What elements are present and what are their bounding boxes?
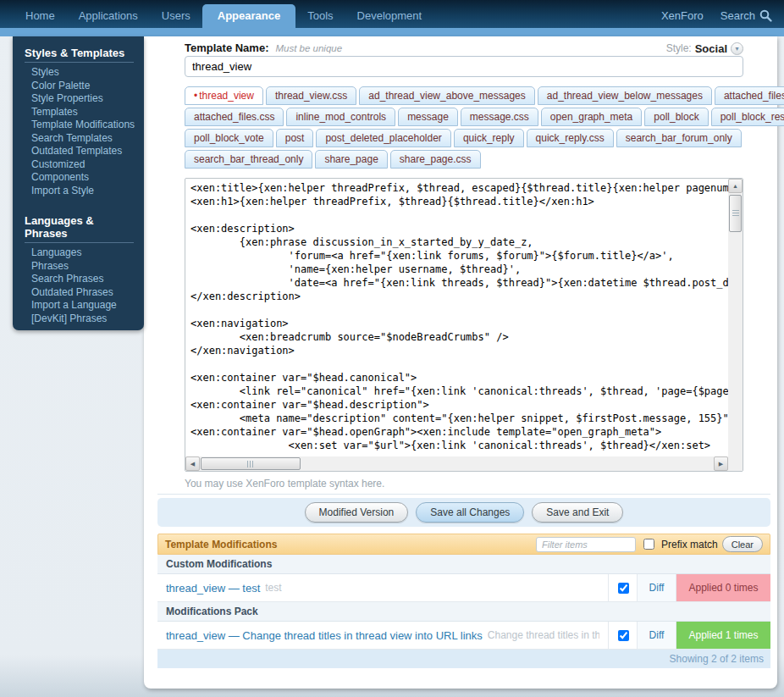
sidebar-item-templates[interactable]: Templates [25,106,144,119]
template-name-input[interactable] [185,56,743,77]
nav-item-tools[interactable]: Tools [295,4,345,28]
template-modifications-section: Template Modifications Prefix match Clea… [157,534,770,668]
template-name-hint: Must be unique [275,43,342,53]
tab-label: inline_mod_controls [295,111,386,123]
template-tab-message-css[interactable]: message.css [461,108,538,126]
template-name-label: Template Name: [185,41,268,54]
sidebar-item-search-templates[interactable]: Search Templates [25,132,144,146]
modified-version-button[interactable]: Modified Version [305,502,409,523]
vertical-scrollbar[interactable]: ▲ [728,179,743,456]
sidebar-section: Languages & PhrasesLanguagesPhrasesSearc… [25,209,144,325]
top-nav-right: XenForo Search [661,9,784,28]
sidebar-item-style-properties[interactable]: Style Properties [25,92,144,106]
xenforo-link[interactable]: XenForo [661,9,704,22]
sidebar-item-customized-components[interactable]: Customized Components [25,158,144,185]
modification-description: test [265,582,281,594]
modification-group-header: Custom Modifications [157,555,770,574]
template-tab-poll-block-result[interactable]: poll_block_result [711,108,784,126]
modification-enabled-checkbox[interactable] [618,630,629,641]
clear-button[interactable]: Clear [722,536,763,552]
sidebar-item-phrases[interactable]: Phrases [25,260,144,274]
sidebar-item-devkit-phrases[interactable]: [DevKit] Phrases [25,313,144,326]
template-tab-poll-block[interactable]: poll_block [644,108,708,126]
template-tab-thread-view-css[interactable]: thread_view.css [266,86,356,105]
scroll-right-button[interactable]: ▶ [714,456,728,471]
template-tab-quick-reply-css[interactable]: quick_reply.css [527,129,614,147]
save-all-changes-button[interactable]: Save all Changes [416,502,524,523]
modification-group-header: Modifications Pack [157,602,770,622]
nav-item-users[interactable]: Users [150,4,202,28]
template-tab-post-deleted-placeholder[interactable]: post_deleted_placeholder [316,129,450,147]
active-tab-bullet: • [194,90,197,102]
modification-row: thread_view — Change thread titles in th… [157,622,770,650]
tab-label: attached_files [724,90,784,102]
main-panel: Template Name: Must be unique Style: Soc… [144,36,777,689]
nav-item-development[interactable]: Development [345,4,434,28]
template-tab-thread-view[interactable]: •thread_view [185,86,263,105]
sidebar-item-color-palette[interactable]: Color Palette [25,80,144,93]
scrollbar-corner [728,456,743,471]
tab-label: ad_thread_view_below_messages [547,90,703,102]
sidebar-item-import-a-language[interactable]: Import a Language [25,299,144,313]
template-tab-post[interactable]: post [276,129,314,147]
template-tab-poll-block-vote[interactable]: poll_block_vote [185,129,273,147]
tab-label: search_bar_thread_only [194,153,303,165]
template-tab-share-page-css[interactable]: share_page.css [390,150,481,169]
template-tab-message[interactable]: message [398,108,458,126]
sidebar-item-outdated-phrases[interactable]: Outdated Phrases [25,286,144,300]
template-tab-search-bar-thread-only[interactable]: search_bar_thread_only [185,150,312,169]
scroll-up-button[interactable]: ▲ [728,179,743,193]
template-tab-open-graph-meta[interactable]: open_graph_meta [541,108,642,126]
template-code-editor[interactable]: <xen:title>{xen:helper threadPrefix, $th… [185,178,743,472]
template-tab-quick-reply[interactable]: quick_reply [454,129,524,147]
template-tab-search-bar-forum-only[interactable]: search_bar_forum_only [616,129,742,147]
sidebar-section-title: Languages & Phrases [25,209,134,243]
nav-item-home[interactable]: Home [14,4,67,28]
modification-enabled-checkbox[interactable] [618,583,629,594]
sidebar-section: Styles & TemplatesStylesColor PaletteSty… [25,41,144,197]
horizontal-scrollbar[interactable]: ◀ ▶ [185,456,728,471]
modification-link[interactable]: thread_view — test [166,582,260,595]
sidebar-item-styles[interactable]: Styles [25,66,144,80]
sidebar-item-template-modifications[interactable]: Template Modifications [25,119,144,132]
tab-label: share_page [324,153,378,165]
save-button-bar: Modified VersionSave all ChangesSave and… [157,498,770,527]
vertical-scrollbar-thumb[interactable] [729,195,742,232]
modification-link[interactable]: thread_view — Change thread titles in th… [166,629,483,642]
prefix-match-checkbox[interactable] [643,539,654,550]
sidebar: Styles & TemplatesStylesColor PaletteSty… [13,36,144,330]
nav-item-appearance[interactable]: Appearance [202,4,295,28]
sidebar-item-outdated-templates[interactable]: Outdated Templates [25,145,144,158]
template-tab-row: search_bar_thread_onlyshare_pageshare_pa… [185,150,750,169]
modification-description: Change thread titles in thread [488,629,599,641]
horizontal-scrollbar-thumb[interactable] [201,457,301,470]
template-tab-attached-files[interactable]: attached_files [715,86,784,105]
save-and-exit-button[interactable]: Save and Exit [532,502,623,523]
tab-label: attached_files.css [194,111,274,123]
tab-label: poll_block_result [721,111,784,123]
template-modifications-title: Template Modifications [165,539,532,550]
tab-label: open_graph_meta [550,111,632,123]
filter-items-input[interactable] [536,537,636,552]
scroll-left-button[interactable]: ◀ [185,456,200,471]
sidebar-item-languages[interactable]: Languages [25,246,144,260]
template-tab-share-page[interactable]: share_page [315,150,387,169]
search-label: Search [721,9,755,22]
template-code[interactable]: <xen:title>{xen:helper threadPrefix, $th… [185,179,728,456]
diff-link[interactable]: Diff [637,622,676,649]
tab-label: share_page.css [400,153,472,165]
sidebar-item-import-a-style[interactable]: Import a Style [25,185,144,198]
search-link[interactable]: Search [721,9,772,22]
modification-row-main: thread_view — Change thread titles in th… [157,622,608,649]
template-tab-attached-files-css[interactable]: attached_files.css [185,108,284,126]
style-dropdown-button[interactable]: ▾ [731,42,743,55]
diff-link[interactable]: Diff [637,574,676,601]
nav-item-applications[interactable]: Applications [67,4,150,28]
template-tab-ad-thread-view-above-messages[interactable]: ad_thread_view_above_messages [359,86,534,105]
sidebar-item-search-phrases[interactable]: Search Phrases [25,273,144,286]
tab-label: thread_view [199,90,254,102]
template-tab-ad-thread-view-below-messages[interactable]: ad_thread_view_below_messages [538,86,712,105]
template-tab-inline-mod-controls[interactable]: inline_mod_controls [286,108,395,126]
modification-row: thread_view — testtestDiffApplied 0 time… [157,574,770,602]
showing-count: Showing 2 of 2 items [670,653,764,665]
